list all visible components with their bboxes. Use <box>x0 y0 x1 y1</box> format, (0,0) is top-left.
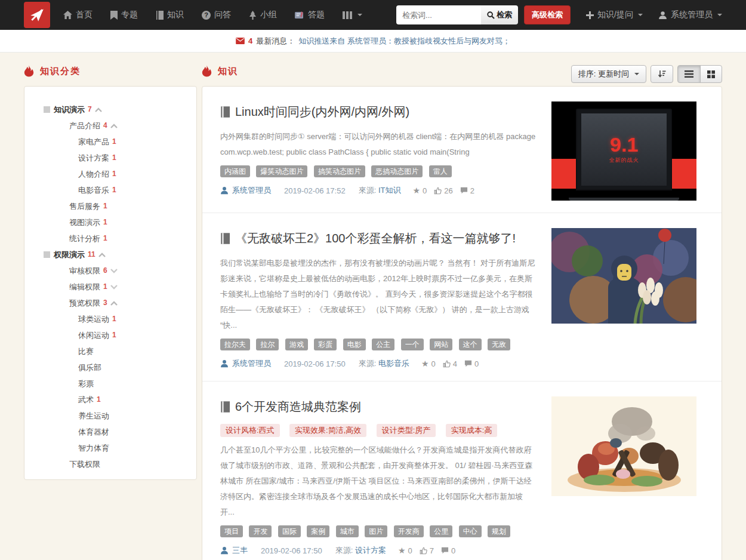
item-title-row[interactable]: 6个开发商造城典范案例 <box>220 399 536 415</box>
advanced-search-button[interactable]: 高级检索 <box>524 5 571 24</box>
tree-item-label[interactable]: 电影音乐 <box>78 185 109 195</box>
tree-item-label[interactable]: 武术 <box>78 395 94 405</box>
chevron-down-icon[interactable] <box>110 269 118 273</box>
tag[interactable]: 网站 <box>430 339 452 350</box>
tree-item-label[interactable]: 体育器材 <box>78 427 109 437</box>
tag[interactable]: 公里 <box>430 525 452 537</box>
tree-item[interactable]: 编辑权限 1 <box>35 282 186 292</box>
item-title[interactable]: 6个开发商造城典范案例 <box>235 399 361 415</box>
sort-direction-button[interactable] <box>651 65 673 83</box>
nav-item-topics[interactable]: 专题 <box>110 10 138 20</box>
tree-item-label[interactable]: 俱乐部 <box>78 362 101 373</box>
tag[interactable]: 恶搞动态图片 <box>371 165 423 177</box>
nav-item-groups[interactable]: 小组 <box>249 10 277 20</box>
tree-item[interactable]: 彩票 <box>35 379 186 389</box>
nav-item-knowledge[interactable]: 知识 <box>156 10 184 20</box>
tree-item[interactable]: 球类运动 1 <box>35 314 186 324</box>
tree-item[interactable]: 家电产品 1 <box>35 137 186 147</box>
tree-item-label[interactable]: 售后服务 <box>69 201 100 211</box>
tag[interactable]: 内涵图 <box>220 165 250 177</box>
tree-item-label[interactable]: 智力体育 <box>78 443 109 453</box>
tag[interactable]: 这个 <box>459 339 482 350</box>
tree-item[interactable]: 休闲运动 1 <box>35 330 186 340</box>
search-button[interactable]: 检索 <box>481 5 518 24</box>
tree-item-label[interactable]: 彩票 <box>78 379 94 389</box>
tree-item[interactable]: 设计方案 1 <box>35 153 186 163</box>
nav-item-answer[interactable]: 答题 <box>295 10 325 20</box>
create-menu[interactable]: 知识/提问 <box>586 10 643 20</box>
item-thumbnail[interactable] <box>551 396 696 496</box>
tree-item[interactable]: 武术 1 <box>35 395 186 405</box>
tree-item[interactable]: 俱乐部 <box>35 362 186 373</box>
item-title[interactable]: 《无敌破坏王2》100个彩蛋全解析，看这一篇就够了! <box>235 230 516 247</box>
tree-item-label[interactable]: 视图演示 <box>69 217 100 227</box>
tree-item-label[interactable]: 养生运动 <box>78 411 109 421</box>
brand-logo[interactable] <box>24 2 50 28</box>
tag[interactable]: 国际 <box>278 525 301 537</box>
tag[interactable]: 拉尔夫 <box>220 339 250 350</box>
tree-item[interactable]: 统计分析 1 <box>35 233 186 244</box>
tag[interactable]: 电影 <box>343 339 366 350</box>
tree-item-label[interactable]: 知识演示 <box>54 104 85 115</box>
tree-item-label[interactable]: 设计方案 <box>78 153 109 163</box>
item-title-row[interactable]: Linux时间同步(内外网/内网/外网) <box>220 104 536 120</box>
tree-item-label[interactable]: 产品介绍 <box>69 121 100 131</box>
item-author[interactable]: 三丰 <box>232 545 248 556</box>
tag[interactable]: 项目 <box>220 525 243 537</box>
tag[interactable]: 搞笑动态图片 <box>314 165 365 177</box>
tree-item-label[interactable]: 比赛 <box>78 346 94 356</box>
tree-item[interactable]: 养生运动 <box>35 411 186 421</box>
tree-item[interactable]: 体育器材 <box>35 427 186 437</box>
tree-item[interactable]: 审核权限 6 <box>35 266 186 276</box>
tag[interactable]: 城市 <box>336 525 359 537</box>
tree-item-label[interactable]: 人物介绍 <box>78 169 109 179</box>
tag[interactable]: 案例 <box>307 525 329 537</box>
chevron-down-icon[interactable] <box>110 285 118 290</box>
sort-dropdown-button[interactable]: 排序: 更新时间 <box>571 65 646 83</box>
source-link[interactable]: 设计方案 <box>355 546 386 555</box>
tree-item-label[interactable]: 编辑权限 <box>69 282 100 292</box>
item-thumbnail[interactable] <box>551 228 696 324</box>
tree-item[interactable]: 比赛 <box>35 346 186 356</box>
tree-item-label[interactable]: 审核权限 <box>69 266 100 276</box>
tag[interactable]: 规划 <box>488 525 510 537</box>
source-link[interactable]: IT知识 <box>378 186 401 195</box>
tag[interactable]: 雷人 <box>429 165 452 177</box>
tree-item-label[interactable]: 统计分析 <box>69 233 100 244</box>
tag[interactable]: 爆笑动态图片 <box>256 165 307 177</box>
tag[interactable]: 开发 <box>249 525 272 537</box>
item-title-row[interactable]: 《无敌破坏王2》100个彩蛋全解析，看这一篇就够了! <box>220 230 536 247</box>
tag[interactable]: 无敌 <box>488 339 510 350</box>
tag[interactable]: 拉尔 <box>256 339 279 350</box>
grid-view-button[interactable] <box>700 65 722 83</box>
tag[interactable]: 公主 <box>372 339 394 350</box>
tree-item-label[interactable]: 权限演示 <box>54 250 85 260</box>
chevron-up-icon[interactable] <box>110 124 118 128</box>
tag[interactable]: 中心 <box>459 525 482 537</box>
tree-item[interactable]: 预览权限 3 <box>35 298 186 308</box>
nav-item-qa[interactable]: ? 问答 <box>202 10 231 20</box>
tree-item[interactable]: 售后服务 1 <box>35 201 186 211</box>
tree-item[interactable]: 智力体育 <box>35 443 186 453</box>
tag[interactable]: 游戏 <box>285 339 308 350</box>
user-menu[interactable]: 系统管理员 <box>658 10 722 20</box>
tree-item[interactable]: 视图演示 1 <box>35 217 186 227</box>
notice-message[interactable]: 知识推送来自 系统管理员：教授被指歧视女性后与网友对骂； <box>298 36 510 47</box>
source-link[interactable]: 电影音乐 <box>378 359 409 368</box>
tree-item-label[interactable]: 休闲运动 <box>78 330 109 340</box>
tree-item-label[interactable]: 下载权限 <box>69 459 100 469</box>
nav-item-home[interactable]: 首页 <box>63 10 93 20</box>
item-title[interactable]: Linux时间同步(内外网/内网/外网) <box>235 104 409 120</box>
tree-item[interactable]: 电影音乐 1 <box>35 185 186 195</box>
tree-item-label[interactable]: 球类运动 <box>78 314 109 324</box>
tree-item[interactable]: 权限演示 11 <box>35 250 186 260</box>
tree-item[interactable]: 人物介绍 1 <box>35 169 186 179</box>
tree-item-label[interactable]: 预览权限 <box>69 298 100 308</box>
item-author[interactable]: 系统管理员 <box>232 185 271 196</box>
tag[interactable]: 图片 <box>365 525 387 537</box>
chevron-up-icon[interactable] <box>110 301 118 306</box>
tree-item-label[interactable]: 家电产品 <box>78 137 109 147</box>
item-thumbnail[interactable]: 9.1 全新的战火 <box>551 101 696 201</box>
tree-item[interactable]: 知识演示 7 <box>35 104 186 115</box>
tag[interactable]: 开发商 <box>394 525 424 537</box>
